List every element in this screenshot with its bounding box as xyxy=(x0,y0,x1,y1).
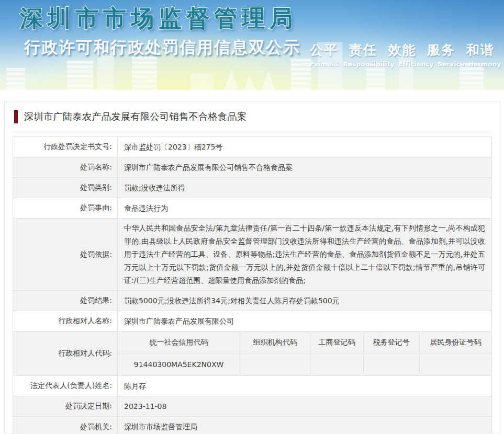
banner-subtitle: 行政许可和行政处罚信用信息双公示 xyxy=(24,37,300,59)
title-marker xyxy=(14,110,18,123)
row-value: 深圳市广陆泰农产品发展有限公司 xyxy=(118,311,491,331)
row-label: 处罚名称: xyxy=(13,157,118,177)
codes-header-org-code: 组织机构代码 xyxy=(240,332,310,353)
codes-header-business-reg: 工商登记码 xyxy=(310,332,363,353)
table-row-counterpart-codes: 行政相对人代码: 统一社会信用代码 组织机构代码 工商登记码 税务登记号 居民身… xyxy=(13,332,491,376)
motto-english: Faimess Responsibility Efficiency Servic… xyxy=(310,61,488,68)
codes-header-credit-code: 统一社会信用代码 xyxy=(118,332,240,353)
codes-subtable: 统一社会信用代码 组织机构代码 工商登记码 税务登记号 居民身份证号码 9144… xyxy=(118,332,491,375)
title-divider xyxy=(13,131,491,131)
row-value: 罚款5000元;没收违法所得34元;对相关责任人陈月存处罚款500元 xyxy=(118,291,491,311)
table-row-decision-number: 行政处罚决定书文号: 深市监处罚〔2023〕稽275号 xyxy=(13,137,491,157)
codes-value-credit-code: 91440300MA5EK2N0XW xyxy=(118,353,240,375)
row-label: 处罚结果: xyxy=(13,291,118,311)
agency-title: 深圳市市场监督管理局 xyxy=(20,3,297,34)
table-row-penalty-authority: 处罚机关: 深圳市市场监督管理局 xyxy=(13,417,491,434)
row-label: 处罚机关: xyxy=(13,417,118,434)
row-value: 深圳市广陆泰农产品发展有限公司销售不合格食品案 xyxy=(118,157,491,177)
site-banner: 深圳市市场监督管理局 行政许可和行政处罚信用信息双公示 公平 责任 效能 服务 … xyxy=(0,0,504,90)
motto-chinese: 公平 责任 效能 服务 和谐 xyxy=(310,41,488,59)
codes-value-business-reg xyxy=(310,353,363,375)
codes-value-id-number xyxy=(420,353,491,375)
codes-header-id-number: 居民身份证号码 xyxy=(420,332,491,353)
table-row-penalty-basis: 处罚依据: 中华人民共和国食品安全法/第九章法律责任/第一百二十四条/第一款违反… xyxy=(13,219,491,291)
table-row-penalty-result: 处罚结果: 罚款5000元;没收违法所得34元;对相关责任人陈月存处罚款500元 xyxy=(13,291,491,311)
row-value: 中华人民共和国食品安全法/第九章法律责任/第一百二十四条/第一款违反本法规定,有… xyxy=(118,219,491,290)
row-label: 行政相对人名称: xyxy=(13,311,118,331)
banner-motto: 公平 责任 效能 服务 和谐 Faimess Responsibility Ef… xyxy=(310,41,488,68)
row-label: 处罚事由: xyxy=(13,198,118,218)
row-label: 处罚决定日期: xyxy=(13,396,118,416)
codes-header-row: 统一社会信用代码 组织机构代码 工商登记码 税务登记号 居民身份证号码 xyxy=(118,332,491,353)
codes-header-tax-reg: 税务登记号 xyxy=(364,332,420,353)
table-row-penalty-name: 处罚名称: 深圳市广陆泰农产品发展有限公司销售不合格食品案 xyxy=(13,157,491,178)
table-row-legal-representative: 法定代表人(负责人)姓名: 陈月存 xyxy=(13,376,491,396)
row-value: 深市监处罚〔2023〕稽275号 xyxy=(118,137,491,157)
penalty-info-table: 行政处罚决定书文号: 深市监处罚〔2023〕稽275号 处罚名称: 深圳市广陆泰… xyxy=(13,136,492,434)
case-title: 深圳市广陆泰农产品发展有限公司销售不合格食品案 xyxy=(24,110,247,123)
codes-value-row: 91440300MA5EK2N0XW xyxy=(118,353,491,375)
row-label: 法定代表人(负责人)姓名: xyxy=(13,376,118,396)
row-label: 行政处罚决定书文号: xyxy=(13,137,118,157)
case-title-row: 深圳市广陆泰农产品发展有限公司销售不合格食品案 xyxy=(14,109,490,124)
row-label: 处罚类别: xyxy=(13,178,118,198)
row-value: 陈月存 xyxy=(118,376,491,396)
table-row-penalty-reason: 处罚事由: 食品违法行为 xyxy=(13,198,491,219)
content-panel: 深圳市广陆泰农产品发展有限公司销售不合格食品案 行政处罚决定书文号: 深市监处罚… xyxy=(4,101,499,434)
row-label: 处罚依据: xyxy=(13,219,118,290)
codes-value-org-code xyxy=(240,353,310,375)
row-value: 深圳市市场监督管理局 xyxy=(118,417,491,434)
row-value: 罚款;没收违法所得 xyxy=(118,178,491,198)
row-label: 行政相对人代码: xyxy=(13,332,118,375)
row-value: 食品违法行为 xyxy=(118,198,491,218)
codes-value-tax-reg xyxy=(364,353,420,375)
table-row-penalty-category: 处罚类别: 罚款;没收违法所得 xyxy=(13,178,491,198)
table-row-counterpart-name: 行政相对人名称: 深圳市广陆泰农产品发展有限公司 xyxy=(13,311,491,332)
row-value: 2023-11-08 xyxy=(118,396,491,416)
table-row-decision-date: 处罚决定日期: 2023-11-08 xyxy=(13,396,491,417)
